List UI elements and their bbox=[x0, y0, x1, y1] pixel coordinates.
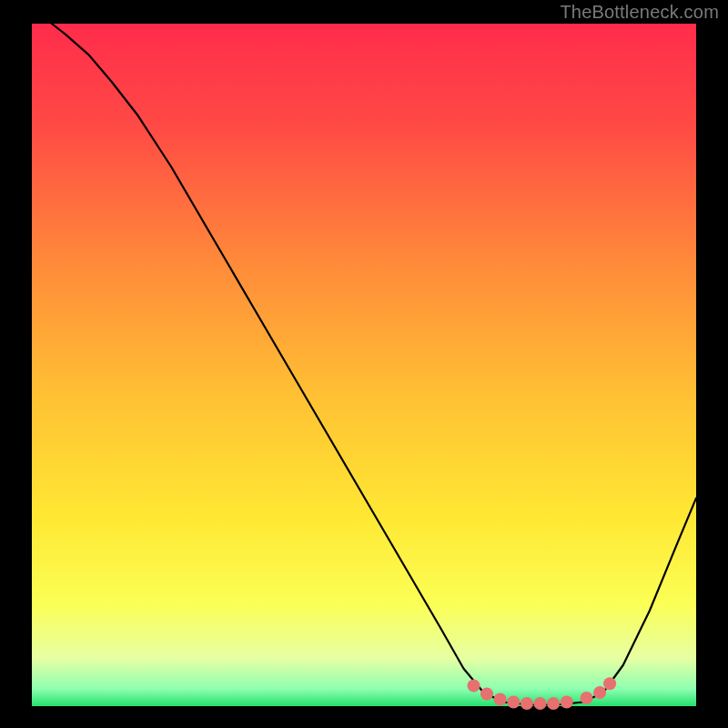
optimal-marker bbox=[521, 697, 533, 710]
optimal-marker bbox=[593, 686, 606, 699]
bottleneck-chart bbox=[0, 0, 728, 728]
chart-container: TheBottleneck.com bbox=[0, 0, 728, 728]
optimal-marker bbox=[561, 696, 573, 709]
optimal-marker bbox=[507, 696, 520, 709]
optimal-marker bbox=[603, 677, 616, 690]
optimal-marker bbox=[468, 680, 480, 693]
optimal-marker bbox=[534, 697, 547, 710]
plot-background bbox=[32, 24, 696, 706]
optimal-marker bbox=[547, 697, 560, 710]
optimal-marker bbox=[480, 688, 493, 701]
optimal-marker bbox=[581, 692, 593, 704]
optimal-marker bbox=[494, 693, 507, 706]
